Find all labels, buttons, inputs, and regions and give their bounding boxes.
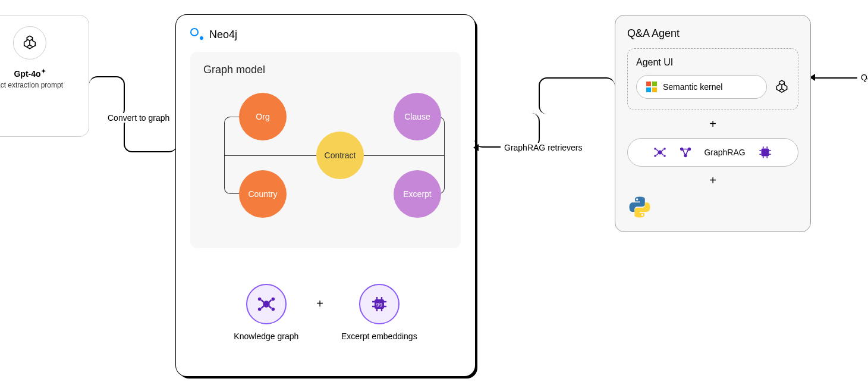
neo4j-icon xyxy=(190,28,203,41)
agent-ui-box: Agent UI Semantic kernel xyxy=(627,48,798,110)
connector-label-qa: Q&A xyxy=(857,73,868,82)
semantic-kernel-row: Semantic kernel xyxy=(636,75,790,99)
microsoft-icon xyxy=(646,82,657,92)
arrow-left-icon xyxy=(473,144,479,151)
gpt4o-panel: Gpt‑4o✦ act extraction prompt xyxy=(0,15,89,137)
neo4j-panel: Neo4j Graph model Org Country Contract C… xyxy=(176,15,475,376)
network-icon xyxy=(679,146,692,159)
node-clause: Clause xyxy=(394,93,441,140)
graph-edge xyxy=(224,155,316,156)
svg-text:99: 99 xyxy=(376,302,382,308)
svg-point-7 xyxy=(658,151,662,155)
connector-label-retrievers: GraphRAG retrievers xyxy=(501,143,586,152)
chip-icon: 99 xyxy=(370,295,389,314)
chip-icon xyxy=(757,145,773,160)
openai-icon xyxy=(774,79,790,95)
svg-point-1 xyxy=(258,298,262,301)
gpt4o-sub: act extraction prompt xyxy=(0,81,80,89)
agent-ui-title: Agent UI xyxy=(636,57,790,68)
node-contract: Contract xyxy=(316,132,364,179)
neo4j-title: Neo4j xyxy=(209,29,237,41)
svg-point-3 xyxy=(258,308,262,311)
plus-icon: + xyxy=(627,117,798,131)
openai-icon xyxy=(21,35,38,51)
svg-point-9 xyxy=(664,148,666,150)
sk-label: Semantic kernel xyxy=(663,82,722,92)
node-org: Org xyxy=(239,93,287,140)
svg-point-8 xyxy=(655,148,657,150)
knowledge-graph-icon xyxy=(256,294,276,314)
kg-circle xyxy=(246,284,287,324)
python-row xyxy=(627,195,798,220)
connector-segment xyxy=(539,77,615,114)
kg-label: Knowledge graph xyxy=(234,331,298,341)
svg-point-11 xyxy=(664,155,666,157)
qa-title: Q&A Agent xyxy=(627,27,798,40)
graph-model-title: Graph model xyxy=(203,64,448,76)
gpt4o-label: Gpt‑4o✦ xyxy=(0,68,80,79)
neo4j-header: Neo4j xyxy=(190,28,461,41)
plus-icon: + xyxy=(316,297,323,311)
node-excerpt: Excerpt xyxy=(394,170,441,218)
knowledge-graph-icon xyxy=(653,145,667,159)
graphrag-label: GraphRAG xyxy=(704,148,745,157)
graph-area: Org Country Contract Clause Excerpt xyxy=(203,93,448,236)
embeddings-item: 99 Excerpt embeddings xyxy=(341,284,417,341)
node-country: Country xyxy=(239,170,287,218)
svg-point-14 xyxy=(685,155,687,157)
svg-rect-15 xyxy=(761,149,769,157)
python-icon xyxy=(627,195,652,220)
knowledge-graph-item: Knowledge graph xyxy=(234,284,298,341)
graphrag-chip: GraphRAG xyxy=(627,138,798,167)
openai-circle xyxy=(13,26,46,60)
graph-model-box: Graph model Org Country Contract Clause … xyxy=(190,52,461,248)
plus-icon: + xyxy=(627,174,798,187)
semantic-kernel-chip: Semantic kernel xyxy=(636,75,767,99)
svg-point-2 xyxy=(271,298,275,301)
connector-label-convert: Convert to graph xyxy=(104,113,173,123)
em-circle: 99 xyxy=(359,284,400,324)
qa-agent-panel: Q&A Agent Agent UI Semantic kernel + Gra… xyxy=(615,15,811,232)
kg-row: Knowledge graph + 99 Excerpt embeddings xyxy=(190,284,461,341)
connector-segment xyxy=(89,76,125,118)
svg-point-10 xyxy=(655,155,657,157)
svg-point-4 xyxy=(271,308,275,311)
em-label: Excerpt embeddings xyxy=(341,331,417,341)
